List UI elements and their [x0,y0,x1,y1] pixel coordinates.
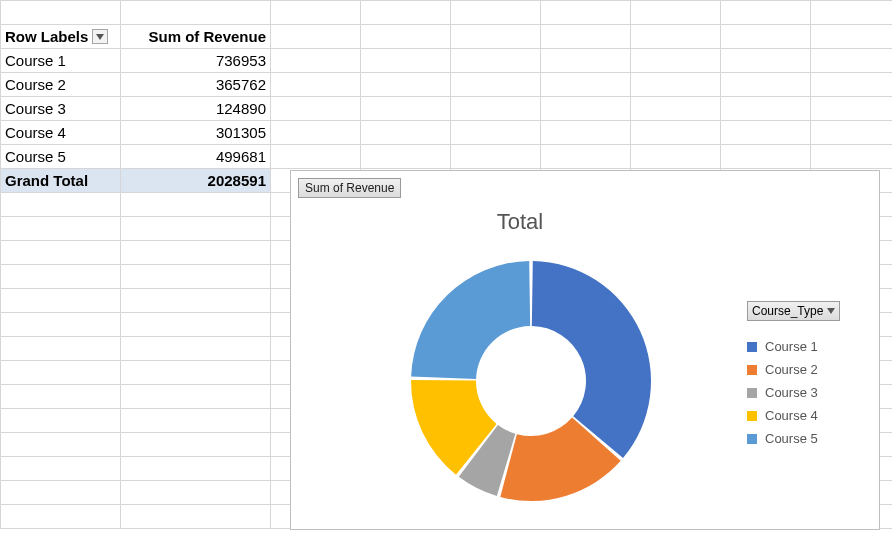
row-value[interactable]: 499681 [121,145,271,169]
rowlabels-filter-button[interactable] [92,29,108,44]
chart-title: Total [291,209,749,235]
table-row[interactable]: Course 5 499681 [1,145,893,169]
legend-label: Course 1 [765,339,818,354]
legend-filter-label: Course_Type [752,304,823,318]
legend-label: Course 4 [765,408,818,423]
legend-item[interactable]: Course 3 [747,385,867,400]
table-row[interactable]: Course 3 124890 [1,97,893,121]
legend-swatch [747,342,757,352]
chart-legend: Course_Type Course 1 Course 2 Course 3 C… [747,301,867,454]
grand-total-value[interactable]: 2028591 [121,169,271,193]
row-label[interactable]: Course 3 [1,97,121,121]
legend-label: Course 3 [765,385,818,400]
svg-marker-0 [96,34,104,40]
worksheet: Row Labels Sum of Revenue Course 1 73695… [0,0,892,541]
legend-filter-button[interactable]: Course_Type [747,301,840,321]
chart-field-button[interactable]: Sum of Revenue [298,178,401,198]
table-row[interactable]: Course 2 365762 [1,73,893,97]
legend-swatch [747,411,757,421]
legend-item[interactable]: Course 1 [747,339,867,354]
row-value[interactable]: 736953 [121,49,271,73]
row-label[interactable]: Course 5 [1,145,121,169]
row-label[interactable]: Course 2 [1,73,121,97]
legend-swatch [747,388,757,398]
legend-label: Course 2 [765,362,818,377]
legend-swatch [747,434,757,444]
row-label[interactable]: Course 4 [1,121,121,145]
pivot-header-rowlabels: Row Labels [5,28,88,45]
svg-marker-1 [827,308,835,314]
row-value[interactable]: 124890 [121,97,271,121]
pivot-header-row: Row Labels Sum of Revenue [1,25,893,49]
legend-item[interactable]: Course 5 [747,431,867,446]
chevron-down-icon [96,34,104,40]
row-value[interactable]: 365762 [121,73,271,97]
pivot-header-rowlabels-cell[interactable]: Row Labels [1,25,121,49]
donut-chart [401,251,661,511]
donut-slice[interactable] [411,261,530,379]
table-row[interactable]: Course 1 736953 [1,49,893,73]
donut-slice[interactable] [532,261,651,458]
pivot-chart[interactable]: Sum of Revenue Total Course_Type Course … [290,170,880,530]
legend-item[interactable]: Course 4 [747,408,867,423]
row-value[interactable]: 301305 [121,121,271,145]
legend-swatch [747,365,757,375]
grand-total-label[interactable]: Grand Total [1,169,121,193]
pivot-header-value[interactable]: Sum of Revenue [121,25,271,49]
legend-label: Course 5 [765,431,818,446]
legend-item[interactable]: Course 2 [747,362,867,377]
table-row[interactable]: Course 4 301305 [1,121,893,145]
chevron-down-icon [827,308,835,314]
row-label[interactable]: Course 1 [1,49,121,73]
